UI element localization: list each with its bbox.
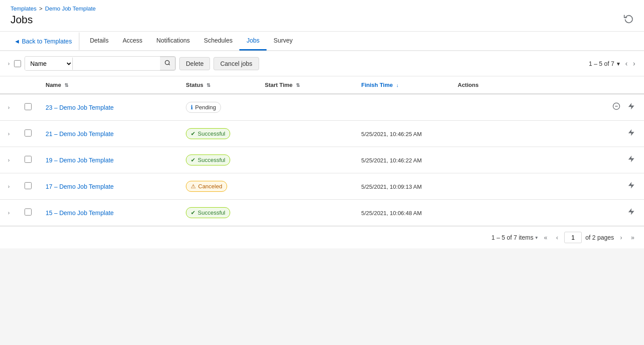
row-expand-button[interactable]: › <box>7 209 11 217</box>
expand-all-button[interactable]: › <box>7 60 11 68</box>
name-sort-icon: ⇅ <box>64 83 68 88</box>
row-check-cell <box>18 121 39 147</box>
job-finish-time-cell: 5/25/2021, 10:46:22 AM <box>354 147 451 173</box>
job-start-time-cell <box>258 121 354 147</box>
job-name-link[interactable]: 17 – Demo Job Template <box>46 183 114 190</box>
job-start-time-cell <box>258 200 354 226</box>
status-label: Successful <box>198 157 225 163</box>
row-expand-button[interactable]: › <box>7 104 11 111</box>
job-finish-time-cell <box>354 94 451 121</box>
top-pagination: 1 – 5 of 7 ▾ <box>589 60 620 67</box>
status-badge: ℹ Pending <box>186 102 221 113</box>
table-row: › 21 – Demo Job Template ✔ Successful 5/… <box>0 121 644 147</box>
launch-job-button[interactable] <box>626 153 637 167</box>
col-header-status[interactable]: Status ⇅ <box>179 76 258 94</box>
launch-job-button[interactable] <box>626 127 637 140</box>
col-header-name[interactable]: Name ⇅ <box>39 76 179 94</box>
history-icon[interactable] <box>624 14 633 26</box>
row-check-cell <box>18 173 39 200</box>
cancel-job-button[interactable] <box>611 101 622 114</box>
launch-job-button[interactable] <box>626 206 637 219</box>
breadcrumb-parent-link[interactable]: Templates <box>11 5 36 12</box>
svg-point-0 <box>165 61 169 65</box>
job-start-time-cell <box>258 147 354 173</box>
delete-button[interactable]: Delete <box>179 57 210 70</box>
tab-details[interactable]: Details <box>83 32 116 50</box>
finish-time-value: 5/25/2021, 10:06:48 AM <box>361 210 422 216</box>
table-row: › 23 – Demo Job Template ℹ Pending <box>0 94 644 121</box>
status-label: Successful <box>198 209 225 216</box>
tab-access[interactable]: Access <box>116 32 149 50</box>
items-per-page-select[interactable]: 1 – 5 of 7 items ▾ <box>491 234 538 241</box>
row-checkbox[interactable] <box>25 129 32 137</box>
pagination-range: 1 – 5 of 7 <box>589 60 614 67</box>
job-name-link[interactable]: 21 – Demo Job Template <box>46 130 114 137</box>
first-page-button[interactable]: « <box>541 232 550 243</box>
of-pages-label: of 2 pages <box>585 234 614 241</box>
page-number-input[interactable] <box>564 232 582 243</box>
job-name-cell: 23 – Demo Job Template <box>39 94 179 121</box>
status-badge: ✔ Successful <box>186 155 230 165</box>
row-expand-button[interactable]: › <box>7 156 11 164</box>
breadcrumb-current: Demo Job Template <box>45 5 96 12</box>
table-toolbar: › Name Status Start Time Finish Time Del… <box>0 51 644 76</box>
row-expand-button[interactable]: › <box>7 130 11 138</box>
job-finish-time-cell: 5/25/2021, 10:46:25 AM <box>354 121 451 147</box>
status-badge: ✔ Successful <box>186 128 230 139</box>
tab-notifications[interactable]: Notifications <box>149 32 197 50</box>
job-actions-cell <box>451 94 644 121</box>
job-name-link[interactable]: 19 – Demo Job Template <box>46 157 114 164</box>
row-expand-cell: › <box>0 94 18 121</box>
actions-container <box>458 206 637 219</box>
filter-input[interactable] <box>72 58 160 70</box>
status-label: Canceled <box>198 183 222 190</box>
status-icon: ℹ <box>191 104 193 111</box>
col-header-start-time[interactable]: Start Time ⇅ <box>258 76 354 94</box>
filter-select[interactable]: Name Status Start Time Finish Time <box>25 57 72 70</box>
select-all-checkbox[interactable] <box>14 60 21 67</box>
launch-job-button[interactable] <box>626 101 637 114</box>
status-icon: ✔ <box>191 130 196 137</box>
row-checkbox[interactable] <box>25 156 32 163</box>
svg-line-1 <box>169 64 170 65</box>
row-expand-button[interactable]: › <box>7 183 11 190</box>
items-dropdown-arrow[interactable]: ▾ <box>535 235 538 241</box>
tab-bar: ◄ ◄ Back to TemplatesBack to Templates D… <box>0 32 644 51</box>
row-expand-cell: › <box>0 200 18 226</box>
job-name-link[interactable]: 23 – Demo Job Template <box>46 104 114 111</box>
tab-jobs[interactable]: Jobs <box>239 32 267 50</box>
row-checkbox[interactable] <box>25 182 32 189</box>
row-expand-cell: › <box>0 147 18 173</box>
status-label: Successful <box>198 130 225 137</box>
job-name-cell: 17 – Demo Job Template <box>39 173 179 200</box>
prev-page-button-bottom[interactable]: ‹ <box>553 232 561 243</box>
job-start-time-cell <box>258 94 354 121</box>
table-row: › 19 – Demo Job Template ✔ Successful 5/… <box>0 147 644 173</box>
job-name-link[interactable]: 15 – Demo Job Template <box>46 209 114 216</box>
job-actions-cell <box>451 173 644 200</box>
jobs-table: Name ⇅ Status ⇅ Start Time ⇅ Finish Time… <box>0 76 644 226</box>
row-checkbox[interactable] <box>25 208 32 216</box>
tab-survey[interactable]: Survey <box>267 32 300 50</box>
job-status-cell: ⚠ Canceled <box>179 173 258 200</box>
page-title: Jobs <box>11 14 33 26</box>
prev-page-button[interactable]: ‹ <box>623 58 629 69</box>
pagination-dropdown-arrow[interactable]: ▾ <box>617 60 620 67</box>
col-header-finish-time[interactable]: Finish Time ↓ <box>354 76 451 94</box>
tab-schedules[interactable]: Schedules <box>197 32 239 50</box>
row-checkbox[interactable] <box>25 103 32 110</box>
job-name-cell: 19 – Demo Job Template <box>39 147 179 173</box>
next-page-button-bottom[interactable]: › <box>618 232 625 243</box>
row-check-cell <box>18 147 39 173</box>
status-badge: ⚠ Canceled <box>186 181 227 192</box>
filter-wrapper: Name Status Start Time Finish Time <box>25 56 176 71</box>
tab-back-to-templates[interactable]: ◄ ◄ Back to TemplatesBack to Templates <box>7 32 79 50</box>
launch-job-button[interactable] <box>626 180 637 193</box>
row-expand-cell: › <box>0 173 18 200</box>
last-page-button[interactable]: » <box>628 232 637 243</box>
job-name-cell: 15 – Demo Job Template <box>39 200 179 226</box>
col-header-actions: Actions <box>451 76 644 94</box>
next-page-button[interactable]: › <box>631 58 637 69</box>
search-button[interactable] <box>160 57 175 70</box>
cancel-jobs-button[interactable]: Cancel jobs <box>213 57 259 70</box>
